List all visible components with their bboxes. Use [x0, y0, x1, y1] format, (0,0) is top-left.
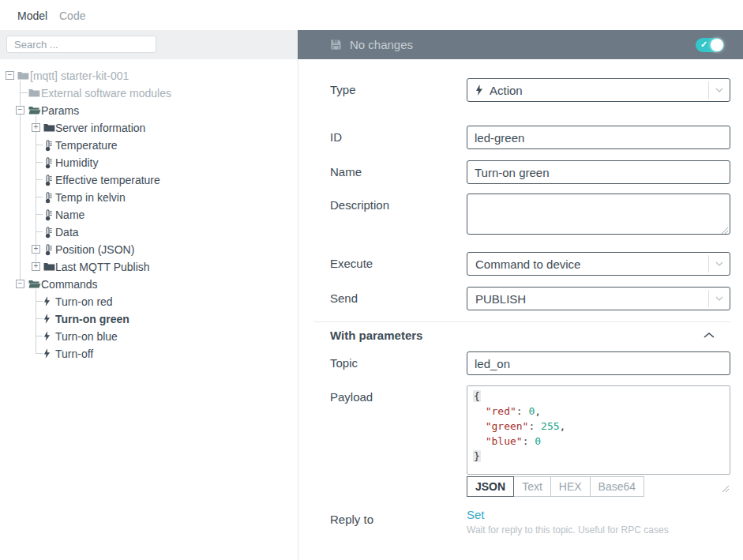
tree-connector [36, 301, 43, 302]
description-label: Description [298, 194, 467, 238]
bolt-icon [43, 348, 56, 359]
tree-item[interactable]: +Server information [0, 119, 298, 137]
tree-item[interactable]: Name [0, 206, 298, 224]
tree-item[interactable]: Temperature [0, 137, 298, 154]
tab-code[interactable]: Code [59, 9, 85, 22]
command-form: Type Action ID Name Description [298, 59, 743, 560]
tree-item[interactable]: +Last MQTT Publish [0, 258, 298, 276]
tree-connector [36, 214, 43, 215]
reply-to-hint: Wait for reply to this topic. Useful for… [467, 524, 730, 536]
tree-item[interactable]: −Params [0, 102, 298, 119]
search-input[interactable] [6, 36, 156, 53]
tree-item[interactable]: Turn-off [0, 345, 298, 363]
type-select-value: Action [490, 84, 523, 97]
param-icon [43, 175, 56, 186]
tree-item[interactable]: Data [0, 224, 298, 241]
tree-item[interactable]: −[mqtt] starter-kit-001 [0, 67, 298, 85]
payload-format-tabs: JSONTextHEXBase64 [467, 476, 730, 497]
tree-item-label: Turn-on red [55, 295, 113, 308]
tree-item[interactable]: Humidity [0, 154, 298, 171]
collapse-icon[interactable]: − [6, 71, 14, 80]
type-select[interactable]: Action [467, 78, 730, 102]
with-parameters-title: With parameters [330, 329, 422, 342]
tree-connector [36, 353, 43, 354]
tree-item[interactable]: Temp in kelvin [0, 189, 298, 206]
tree-item-label: Data [55, 226, 79, 239]
tree-item-label: Turn-on green [55, 313, 129, 325]
execute-label: Execute [298, 252, 467, 276]
payload-editor[interactable]: { "red": 0, "green": 255, "blue": 0} [467, 385, 730, 475]
tree-item[interactable]: Turn-on red [0, 293, 298, 310]
tree-item-label: [mqtt] starter-kit-001 [30, 70, 129, 82]
status-text: No changes [350, 38, 413, 51]
param-icon [43, 244, 56, 255]
chevron-up-icon[interactable] [703, 332, 715, 339]
tree-item[interactable]: Turn-on green [0, 310, 298, 328]
payload-tab-hex[interactable]: HEX [550, 476, 591, 497]
folder-dark-icon [43, 261, 56, 272]
tree-connector [36, 336, 43, 336]
expand-icon[interactable]: + [32, 245, 40, 254]
tree-connector [36, 318, 43, 319]
folder-open-icon [28, 279, 41, 290]
code-line: "blue": 0 [473, 434, 724, 449]
payload-label: Payload [298, 385, 467, 497]
folder-open-icon [28, 105, 41, 116]
editor-header-bar: No changes ✓ [298, 30, 743, 59]
payload-tab-text[interactable]: Text [513, 476, 551, 497]
tree-connector [36, 162, 43, 163]
tree-item-label: Name [55, 209, 84, 221]
param-icon [43, 157, 56, 168]
tree-item[interactable]: Effective temperature [0, 171, 298, 189]
bolt-icon [475, 85, 483, 96]
tree-item[interactable]: −Commands [0, 276, 298, 293]
description-textarea[interactable] [467, 194, 730, 235]
expand-icon[interactable]: + [32, 262, 40, 271]
bolt-icon [43, 314, 56, 325]
check-icon: ✓ [700, 39, 707, 50]
id-input[interactable] [467, 126, 730, 149]
chevron-down-icon [708, 81, 730, 99]
tree-item-label: Turn-off [55, 348, 93, 360]
code-line: } [473, 449, 724, 464]
param-icon [43, 192, 56, 203]
enabled-toggle[interactable]: ✓ [696, 38, 724, 52]
tree-connector [36, 197, 43, 197]
reply-to-label: Reply to [298, 508, 467, 536]
tree-item[interactable]: Turn-on blue [0, 328, 298, 345]
tree-item-label: Temperature [55, 139, 118, 152]
bolt-icon [43, 296, 56, 307]
folder-icon [17, 70, 30, 81]
param-icon [43, 140, 56, 151]
device-tree: −[mqtt] starter-kit-001External software… [0, 59, 298, 363]
tree-item-label: Temp in kelvin [55, 191, 126, 204]
payload-tab-base64[interactable]: Base64 [590, 476, 644, 497]
tree-item[interactable]: External software modules [0, 85, 298, 102]
tree-item-label: Server information [55, 122, 145, 134]
id-label: ID [298, 126, 467, 149]
folder-icon [28, 88, 41, 99]
top-bar: Model Code [0, 0, 743, 30]
set-reply-link[interactable]: Set [467, 508, 730, 521]
collapse-icon[interactable]: − [16, 280, 24, 288]
tree-item-label: Commands [41, 278, 98, 291]
topic-input[interactable] [467, 351, 730, 375]
payload-tab-json[interactable]: JSON [467, 476, 514, 497]
name-label: Name [298, 160, 467, 184]
save-icon [330, 39, 342, 51]
type-label: Type [298, 78, 467, 102]
chevron-down-icon [708, 290, 730, 307]
execute-select[interactable]: Command to device [467, 252, 730, 276]
tree-item[interactable]: +Position (JSON) [0, 241, 298, 258]
send-select[interactable]: PUBLISH [467, 287, 730, 310]
expand-icon[interactable]: + [32, 123, 40, 132]
tab-model[interactable]: Model [17, 9, 47, 22]
param-icon [43, 227, 56, 238]
tree-item-label: Turn-on blue [55, 330, 118, 343]
collapse-icon[interactable]: − [16, 106, 24, 115]
send-label: Send [298, 287, 467, 310]
tree-connector [36, 231, 43, 232]
name-input[interactable] [467, 160, 730, 184]
tree-item-label: Params [41, 104, 79, 117]
search-strip [0, 30, 298, 59]
